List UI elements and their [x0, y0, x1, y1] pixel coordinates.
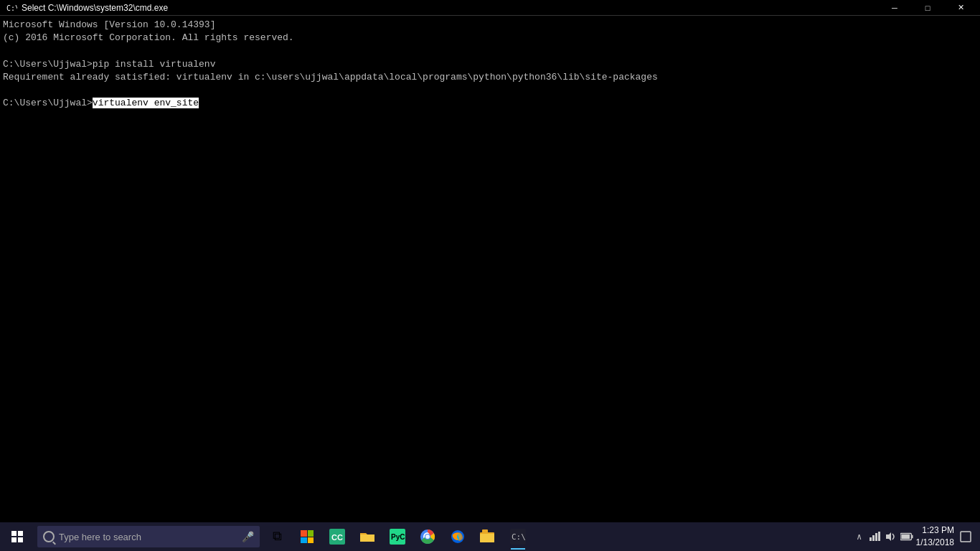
terminal-current-cmd: virtualenv env_site — [93, 98, 199, 108]
svg-point-9 — [425, 534, 430, 539]
files-icon — [480, 529, 496, 544]
folder-icon — [359, 530, 375, 543]
pycharm-icon: PyC — [390, 529, 405, 545]
tray-expand-button[interactable]: ∧ — [853, 530, 866, 543]
chrome-icon — [420, 529, 435, 545]
battery-icon[interactable] — [900, 530, 913, 543]
store-icon — [301, 530, 314, 543]
svg-rect-13 — [480, 534, 494, 542]
window-controls: ─ □ ✕ — [878, 0, 977, 16]
pycharm-button[interactable]: PyC — [383, 522, 412, 551]
svg-text:C:\: C:\ — [6, 4, 17, 12]
notification-icon — [960, 531, 971, 542]
svg-marker-21 — [886, 532, 891, 541]
task-view-button[interactable]: ⧉ — [263, 522, 291, 551]
cc-app-button[interactable]: CC — [323, 522, 352, 551]
svg-rect-23 — [911, 535, 913, 539]
svg-rect-14 — [482, 529, 488, 533]
taskbar-apps: ⧉ CC PyC — [263, 522, 532, 551]
network-icon[interactable] — [869, 530, 882, 543]
chrome-button[interactable] — [413, 522, 442, 551]
store-button[interactable] — [293, 522, 321, 551]
start-button[interactable] — [0, 522, 34, 551]
title-bar-left: C:\ Select C:\Windows\system32\cmd.exe — [6, 2, 168, 14]
svg-text:PyC: PyC — [391, 533, 405, 541]
system-clock[interactable]: 1:23 PM 1/13/2018 — [916, 524, 954, 549]
svg-rect-24 — [901, 534, 910, 539]
volume-indicator — [885, 532, 897, 542]
svg-rect-25 — [961, 532, 971, 542]
taskbar: Type here to search 🎤 ⧉ CC — [0, 522, 980, 551]
minimize-button[interactable]: ─ — [878, 0, 911, 16]
svg-text:CC: CC — [331, 533, 343, 542]
maximize-button[interactable]: □ — [911, 0, 944, 16]
cc-icon: CC — [329, 529, 345, 545]
terminal-line-2: (c) 2016 Microsoft Corporation. All righ… — [3, 32, 294, 43]
close-button[interactable]: ✕ — [944, 0, 977, 16]
battery-indicator — [900, 532, 913, 541]
volume-icon[interactable] — [885, 530, 897, 543]
svg-rect-20 — [878, 532, 880, 541]
windows-icon — [11, 531, 23, 542]
network-indicator — [870, 532, 881, 542]
firefox-button[interactable] — [443, 522, 472, 551]
system-tray: ∧ 1:23 PM — [853, 522, 980, 551]
files-button[interactable] — [473, 522, 502, 551]
svg-rect-18 — [872, 535, 875, 541]
terminal-line-1: Microsoft Windows [Version 10.0.14393] — [3, 19, 215, 30]
file-explorer-button[interactable] — [353, 522, 382, 551]
terminal-prompt: C:\Users\Ujjwal> — [3, 98, 93, 108]
cmd-taskbar-button[interactable]: C:\ — [504, 522, 532, 551]
cmd-icon: C:\ — [6, 2, 17, 14]
terminal-window[interactable]: Microsoft Windows [Version 10.0.14393] (… — [0, 16, 980, 522]
svg-text:C:\: C:\ — [512, 532, 526, 542]
search-icon — [43, 531, 55, 542]
search-placeholder: Type here to search — [59, 532, 141, 542]
cmd-taskbar-icon: C:\ — [510, 529, 526, 545]
terminal-line-4: C:\Users\Ujjwal>pip install virtualenv — [3, 59, 215, 70]
terminal-line-5: Requirement already satisfied: virtualen… — [3, 72, 658, 83]
firefox-icon — [450, 529, 466, 545]
svg-rect-17 — [870, 537, 872, 541]
clock-time: 1:23 PM — [922, 524, 954, 537]
title-bar: C:\ Select C:\Windows\system32\cmd.exe ─… — [0, 0, 980, 16]
task-view-icon: ⧉ — [273, 529, 282, 544]
microphone-icon[interactable]: 🎤 — [242, 531, 254, 543]
window-title: Select C:\Windows\system32\cmd.exe — [22, 3, 168, 13]
clock-date: 1/13/2018 — [916, 537, 954, 549]
chevron-up-icon: ∧ — [857, 532, 862, 542]
notification-center-button[interactable] — [957, 522, 974, 551]
svg-rect-19 — [875, 533, 877, 541]
search-bar[interactable]: Type here to search 🎤 — [37, 526, 260, 547]
